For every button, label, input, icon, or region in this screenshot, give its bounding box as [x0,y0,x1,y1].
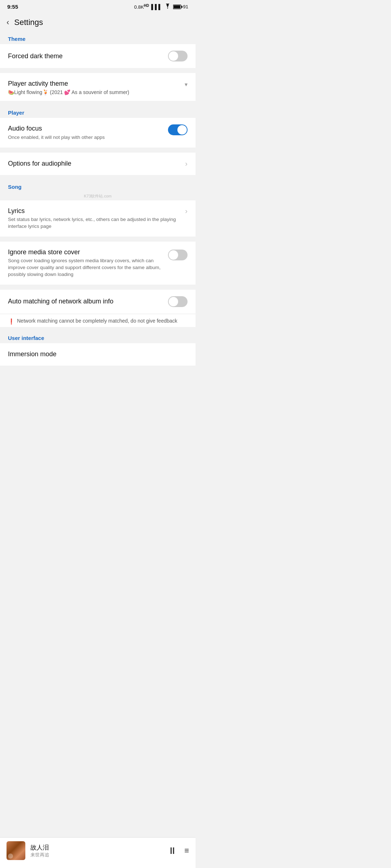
audiophile-options-item[interactable]: Options for audiophile › [0,153,196,175]
battery-icon: 91 [173,4,188,9]
content: Theme Forced dark theme Player activity … [0,32,196,403]
audio-focus-title: Audio focus [8,124,162,133]
ignore-media-store-cover-item[interactable]: Ignore media store cover Song cover load… [0,242,196,285]
forced-dark-theme-toggle[interactable] [168,51,188,61]
page-title: Settings [14,18,43,27]
player-section-header: Player [0,106,196,118]
toggle-knob [169,51,178,61]
auto-matching-toggle[interactable] [168,296,188,307]
status-icons: 0.8KHD ▌▌▌ 91 [134,4,188,10]
user-interface-section-header: User interface [0,331,196,343]
audio-focus-toggle[interactable] [168,124,188,135]
ignore-media-store-cover-title: Ignore media store cover [8,248,162,256]
svg-point-0 [167,8,168,9]
network-speed: 0.8KHD [134,4,149,10]
network-warning: ❗ Network matching cannot be completely … [0,314,196,327]
player-activity-theme-title: Player activity theme [8,80,68,88]
lyrics-title: Lyrics [8,207,179,215]
warning-icon: ❗ [8,318,15,325]
audio-focus-item[interactable]: Audio focus Once enabled, it will not pl… [0,118,196,147]
status-time: 9:55 [7,4,18,10]
auto-matching-title: Auto matching of network album info [8,297,162,306]
lyrics-item[interactable]: Lyrics Set status bar lyrics, network ly… [0,200,196,237]
immersion-mode-item[interactable]: Immersion mode [0,343,196,366]
wifi-icon [164,4,171,10]
forced-dark-theme-title: Forced dark theme [8,52,162,60]
ignore-media-store-cover-toggle[interactable] [168,250,188,260]
svg-rect-3 [173,5,180,8]
chevron-right-icon: › [185,159,188,168]
lyrics-chevron-icon: › [185,207,188,215]
auto-matching-item[interactable]: Auto matching of network album info [0,290,196,314]
lyrics-subtitle: Set status bar lyrics, network lyrics, e… [8,216,179,230]
audiophile-options-title: Options for audiophile [8,159,179,168]
svg-rect-2 [181,6,182,8]
theme-section-header: Theme [0,32,196,44]
chevron-down-icon: ▾ [185,81,188,88]
ignore-media-store-cover-subtitle: Song cover loading ignores system media … [8,258,162,278]
watermark: K73软件站.com [0,192,196,200]
player-activity-theme-item[interactable]: Player activity theme ▾ 🍉Light flowing🍹 … [0,73,196,101]
audio-focus-subtitle: Once enabled, it will not play with othe… [8,134,162,141]
player-activity-theme-subtitle: 🍉Light flowing🍹 (2021 💕 As a souvenir of… [8,89,188,95]
back-button[interactable]: ‹ [7,18,9,27]
immersion-mode-title: Immersion mode [8,350,182,358]
song-section-header: Song [0,180,196,192]
forced-dark-theme-item[interactable]: Forced dark theme [0,44,196,68]
top-bar: ‹ Settings [0,13,196,32]
status-bar: 9:55 0.8KHD ▌▌▌ 91 [0,0,196,13]
toggle-knob-audio [177,125,187,135]
signal-icon: ▌▌▌ [151,4,162,10]
warning-message: Network matching cannot be completely ma… [17,318,177,324]
